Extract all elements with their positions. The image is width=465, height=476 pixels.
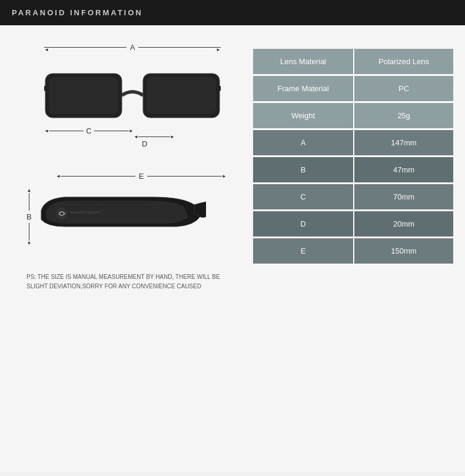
spec-value: 147mm (354, 130, 453, 156)
spec-value: 150mm (354, 238, 453, 264)
table-row: Frame MaterialPC (253, 76, 453, 102)
spec-label: Weight (253, 103, 354, 129)
spec-label: B (253, 157, 354, 183)
table-row: E150mm (253, 238, 453, 264)
specs-table: Lens MaterialPolarized LensFrame Materia… (253, 49, 453, 264)
spec-value: 70mm (354, 184, 453, 210)
measurement-note: PS: THE SIZE IS MANUAL MEASUREMENT BY HA… (26, 272, 227, 291)
table-row: B47mm (253, 157, 453, 183)
dim-e-label: E (139, 172, 144, 181)
spec-label: A (253, 130, 354, 156)
svg-point-7 (56, 208, 68, 219)
right-panel: Lens MaterialPolarized LensFrame Materia… (253, 49, 453, 264)
table-row: A147mm (253, 130, 453, 156)
side-view-diagram: ◄ E ► ▲ B ▼ (26, 172, 227, 249)
spec-value: Polarized Lens (354, 49, 453, 75)
dim-c-label: C (86, 127, 91, 135)
spec-value: 20mm (354, 211, 453, 237)
svg-rect-5 (147, 77, 216, 114)
table-row: Lens MaterialPolarized Lens (253, 49, 453, 75)
table-row: D20mm (253, 211, 453, 237)
sunglasses-front-svg (44, 56, 221, 132)
spec-label: E (253, 238, 354, 264)
svg-rect-4 (49, 77, 118, 114)
dim-b-label: B (26, 212, 32, 221)
spec-label: D (253, 211, 354, 237)
spec-label: C (253, 184, 354, 210)
svg-text:PARANOID DESIGN ©: PARANOID DESIGN © (71, 211, 101, 214)
left-panel: A ◄ ► (12, 37, 241, 467)
sunglasses-side-svg: PARANOID DESIGN © (35, 184, 206, 249)
table-row: C70mm (253, 184, 453, 210)
table-row: Weight25g (253, 103, 453, 129)
spec-value: 25g (354, 103, 453, 129)
spec-label: Lens Material (253, 49, 354, 75)
dim-d-label: D (142, 139, 147, 148)
spec-value: 47mm (354, 157, 453, 183)
front-view-diagram: A ◄ ► (26, 43, 227, 148)
spec-value: PC (354, 76, 453, 102)
main-content: A ◄ ► (0, 25, 465, 472)
spec-label: Frame Material (253, 76, 354, 102)
header-bar: PARANOID INFORMATION (0, 0, 465, 25)
header-title: PARANOID INFORMATION (12, 8, 143, 17)
